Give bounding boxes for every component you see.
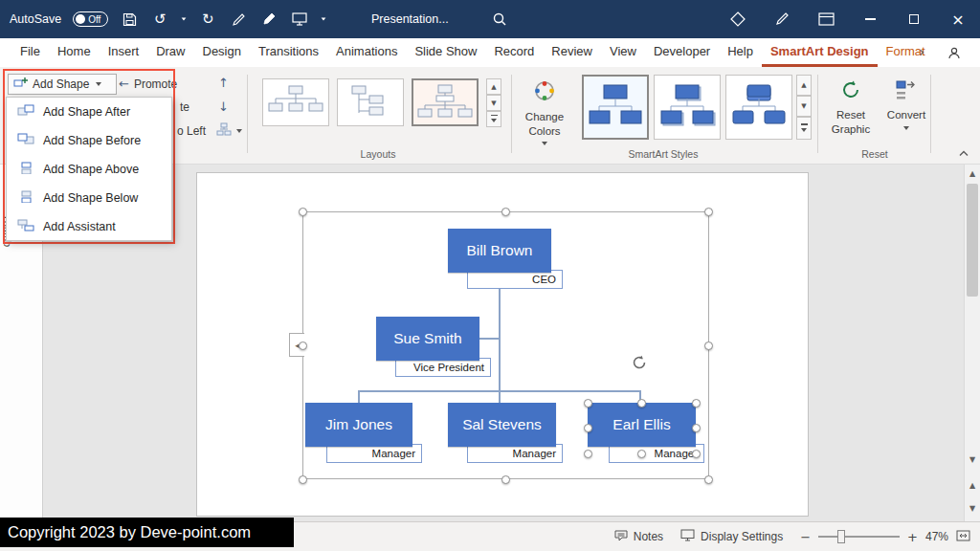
tab-developer[interactable]: Developer <box>645 38 719 67</box>
layouts-scroll-up-icon[interactable]: ▲ <box>486 78 501 95</box>
selection-handle[interactable] <box>584 399 592 408</box>
layout-options-button[interactable] <box>216 122 242 139</box>
tab-overflow-chevron[interactable]: › <box>913 38 930 67</box>
selection-handle[interactable] <box>637 450 646 458</box>
rotate-handle-icon[interactable] <box>630 353 649 375</box>
selection-handle[interactable] <box>501 475 510 484</box>
save-icon[interactable] <box>120 8 139 31</box>
smartart-style-3[interactable] <box>725 75 792 140</box>
org-node-ceo[interactable]: Bill Brown <box>448 229 551 273</box>
undo-dropdown-icon[interactable] <box>182 17 187 20</box>
layout-thumbnail-1[interactable] <box>262 78 329 126</box>
selection-handle[interactable] <box>637 399 646 408</box>
scroll-down-icon[interactable]: ▼ <box>965 452 980 468</box>
close-button[interactable]: × <box>936 0 980 38</box>
move-down-button[interactable]: ↓ <box>218 99 229 114</box>
styles-scroll-up-icon[interactable]: ▲ <box>796 75 812 96</box>
zoom-percent[interactable]: 47% <box>925 530 948 543</box>
customize-quick-access-icon[interactable] <box>322 17 326 20</box>
move-up-button[interactable]: ↑ <box>218 76 229 90</box>
collapse-ribbon-icon[interactable] <box>955 146 972 160</box>
reset-graphic-button[interactable]: Reset Graphic <box>823 73 879 149</box>
selection-handle[interactable] <box>501 208 510 216</box>
minimize-button[interactable] <box>848 0 892 38</box>
present-screen-icon[interactable] <box>290 8 309 31</box>
menu-item-add-shape-above[interactable]: Add Shape Above <box>7 155 171 184</box>
tab-animations[interactable]: Animations <box>327 38 406 67</box>
layout-thumbnail-2[interactable] <box>337 78 404 126</box>
pen-feature-icon[interactable] <box>760 0 804 38</box>
styles-scroll-down-icon[interactable]: ▼ <box>796 96 812 117</box>
highlighter-icon[interactable] <box>259 8 278 31</box>
vertical-scrollbar[interactable]: ▲ ▼ ▲ ▼ <box>964 165 980 521</box>
zoom-slider[interactable] <box>818 536 900 538</box>
selection-handle[interactable] <box>584 450 592 458</box>
org-node-vp-title[interactable]: Vice President <box>395 358 491 377</box>
selection-handle[interactable] <box>704 208 713 216</box>
org-node-manager-2-title[interactable]: Manager <box>467 444 563 463</box>
smartart-style-2[interactable] <box>654 75 721 140</box>
undo-icon[interactable]: ↺ <box>150 8 169 31</box>
menu-item-add-shape-before[interactable]: Add Shape Before <box>7 126 171 155</box>
selection-handle[interactable] <box>704 475 713 484</box>
styles-more-icon[interactable] <box>796 117 812 140</box>
org-node-vp[interactable]: Sue Smith <box>376 317 479 361</box>
org-node-manager-1[interactable]: Jim Jones <box>305 403 412 447</box>
notes-button[interactable]: Notes <box>614 530 663 544</box>
menu-item-add-shape-below[interactable]: Add Shape Below <box>7 184 171 212</box>
org-node-manager-2[interactable]: Sal Stevens <box>448 403 556 447</box>
scroll-up-icon[interactable]: ▲ <box>965 165 980 182</box>
demote-button-partial[interactable]: te <box>180 100 189 114</box>
tab-smartart-design[interactable]: SmartArt Design <box>762 38 878 67</box>
layouts-more-icon[interactable] <box>486 111 501 127</box>
slide-canvas[interactable]: ◂ Bill Brown CEO Sue Smith Vice Presiden… <box>196 172 809 517</box>
selection-handle[interactable] <box>692 424 701 432</box>
org-node-manager-1-title[interactable]: Manager <box>326 444 422 463</box>
previous-slide-icon[interactable]: ▲ <box>965 477 980 494</box>
tab-transitions[interactable]: Transitions <box>250 38 327 67</box>
zoom-out-icon[interactable]: − <box>800 530 811 544</box>
tab-slide-show[interactable]: Slide Show <box>406 38 485 67</box>
tab-file[interactable]: File <box>11 38 49 67</box>
menu-item-add-shape-after[interactable]: Add Shape After <box>7 98 171 126</box>
layout-thumbnail-3-selected[interactable] <box>412 78 479 126</box>
redo-icon[interactable]: ↻ <box>198 8 217 31</box>
right-to-left-button-partial[interactable]: o Left <box>177 124 206 138</box>
zoom-in-icon[interactable]: + <box>907 530 918 544</box>
selection-handle[interactable] <box>584 424 592 432</box>
org-node-ceo-title[interactable]: CEO <box>467 270 563 289</box>
format-painter-icon[interactable] <box>229 8 248 31</box>
menu-item-add-assistant[interactable]: Add Assistant <box>7 212 171 241</box>
change-colors-button[interactable]: Change Colors <box>517 73 572 149</box>
selection-handle[interactable] <box>299 475 307 484</box>
tab-review[interactable]: Review <box>543 38 601 67</box>
convert-button[interactable]: Convert <box>879 73 934 149</box>
maximize-button[interactable] <box>892 0 936 38</box>
next-slide-icon[interactable]: ▼ <box>965 500 980 517</box>
org-node-manager-3-selected[interactable]: Earl Ellis <box>588 403 696 447</box>
org-node-manager-3-title[interactable]: Manager <box>609 444 704 463</box>
fit-slide-to-window-icon[interactable] <box>956 530 970 544</box>
tab-design[interactable]: Design <box>194 38 250 67</box>
selection-handle[interactable] <box>692 450 701 458</box>
window-feature-icon[interactable] <box>804 0 848 38</box>
selection-handle[interactable] <box>299 208 307 216</box>
zoom-slider-thumb[interactable] <box>837 530 845 543</box>
selection-handle[interactable] <box>692 399 701 408</box>
share-icon[interactable] <box>942 42 967 63</box>
tab-record[interactable]: Record <box>485 38 543 67</box>
smartart-style-1-selected[interactable] <box>582 75 649 140</box>
autosave-toggle[interactable]: Off <box>73 11 108 27</box>
tab-home[interactable]: Home <box>49 38 100 67</box>
tab-view[interactable]: View <box>601 38 645 67</box>
selection-handle[interactable] <box>299 342 307 350</box>
tab-draw[interactable]: Draw <box>147 38 193 67</box>
gem-feature-icon[interactable] <box>716 0 760 38</box>
layouts-scroll-down-icon[interactable]: ▼ <box>486 95 501 111</box>
tab-help[interactable]: Help <box>719 38 762 67</box>
display-settings-button[interactable]: Display Settings <box>680 529 783 544</box>
search-icon[interactable] <box>492 11 507 30</box>
selection-handle[interactable] <box>704 342 713 350</box>
add-shape-button[interactable]: Add Shape <box>8 74 117 95</box>
tab-insert[interactable]: Insert <box>100 38 148 67</box>
